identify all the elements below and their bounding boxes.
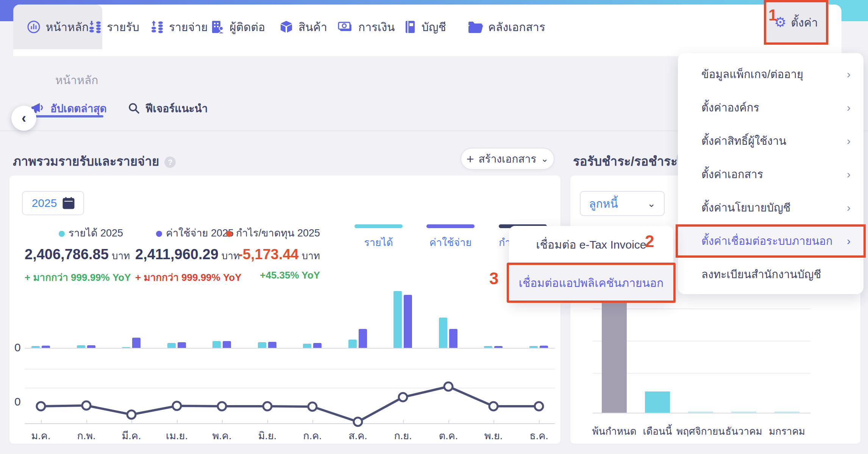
settings-menu-item-1[interactable]: ตั้งค่าองค์กร› [678, 91, 863, 124]
expense-icon [151, 20, 164, 34]
home-icon [27, 20, 41, 34]
menu-item-label: ตั้งค่าองค์กร [701, 99, 759, 116]
help-icon[interactable]: ? [164, 157, 176, 168]
accounting-icon [404, 20, 416, 34]
x-axis [593, 413, 810, 413]
menu-item-label: ลงทะเบียนสำนักงานบัญชี [701, 266, 821, 283]
nav-item-7[interactable]: คลังเอกสาร [468, 5, 547, 49]
settings-menu-item-3[interactable]: ตั้งค่าเอกสาร› [678, 158, 863, 191]
overview-chart-card: 2025 รายได้ 20252,406,786.85บาท+ มากกว่า… [9, 175, 560, 444]
settings-menu-item-4[interactable]: ตั้งค่านโยบายบัญชี› [678, 191, 863, 224]
menu-item-label: ตั้งค่านโยบายบัญชี [701, 199, 791, 216]
chevron-right-icon: › [847, 68, 851, 81]
overview-section-title: ภาพรวมรายรับและรายจ่าย? [13, 151, 176, 171]
documents-icon [468, 20, 483, 33]
income-icon [89, 20, 101, 34]
menu-item-label: ตั้งค่าเอกสาร [701, 166, 763, 183]
tab-recommended-features[interactable]: ฟีเจอร์แนะนำ [128, 98, 208, 119]
nav-item-2[interactable]: รายจ่าย [151, 5, 211, 49]
nav-item-label: ผู้ติดต่อ [229, 18, 265, 36]
nav-item-1[interactable]: รายรับ [89, 5, 149, 49]
chevron-right-icon: › [847, 135, 851, 147]
active-tab-underline [31, 115, 103, 117]
nav-item-label: บัญชี [422, 18, 446, 36]
menu-item-label: ตั้งค่าเชื่อมต่อระบบภายนอก [701, 232, 832, 250]
nav-item-label: คลังเอกสาร [488, 18, 545, 36]
nav-item-label: การเงิน [358, 18, 395, 36]
tab-recommended-features-label: ฟีเจอร์แนะนำ [145, 100, 208, 117]
chevron-right-icon: › [847, 101, 851, 114]
chevron-down-icon: ⌄ [647, 198, 656, 210]
menu-item-label: ข้อมูลแพ็กเกจ/ต่ออายุ [701, 66, 803, 83]
aging-bar[interactable] [731, 412, 756, 413]
aging-bar[interactable] [645, 391, 670, 413]
create-document-button[interactable]: + สร้างเอกสาร ⌄ [461, 148, 554, 170]
nav-item-label: รายจ่าย [169, 18, 208, 36]
nav-item-label: หน้าหลัก [46, 18, 89, 36]
chevron-right-icon: › [847, 201, 851, 214]
aging-bar[interactable] [602, 288, 627, 413]
search-icon [128, 102, 140, 114]
tab-latest-updates-label: อัปเดตล่าสุด [50, 100, 107, 117]
step-2-annotation: 2 [645, 232, 654, 251]
settings-dropdown-menu: ข้อมูลแพ็กเกจ/ต่ออายุ›ตั้งค่าองค์กร›ตั้ง… [678, 53, 863, 294]
contacts-icon [211, 20, 224, 34]
aging-bar[interactable] [774, 412, 799, 413]
aging-bar[interactable] [688, 412, 713, 413]
nav-item-4[interactable]: สินค้า [279, 5, 336, 49]
receivables-section-title: รอรับชำระ/รอชำระ [573, 151, 678, 171]
profit-line-chart [9, 175, 560, 444]
settings-menu-item-0[interactable]: ข้อมูลแพ็กเกจ/ต่ออายุ› [678, 58, 863, 91]
settings-menu-item-5[interactable]: ตั้งค่าเชื่อมต่อระบบภายนอก› [676, 224, 866, 258]
chevron-down-icon: ⌄ [541, 153, 548, 164]
step-3-annotation: 3 [489, 269, 498, 288]
products-icon [279, 20, 293, 34]
nav-item-3[interactable]: ผู้ติดต่อ [211, 5, 275, 49]
aging-label: มกราคม [760, 423, 813, 439]
chevron-right-icon: › [847, 168, 851, 181]
nav-item-label: รายรับ [107, 18, 139, 36]
debtor-filter-value: ลูกหนี้ [589, 195, 618, 213]
settings-menu-item-2[interactable]: ตั้งค่าสิทธิ์ผู้ใช้งาน› [678, 124, 863, 158]
nav-item-label: สินค้า [298, 18, 327, 36]
nav-item-6[interactable]: บัญชี [404, 5, 461, 49]
nav-item-5[interactable]: การเงิน [338, 5, 402, 49]
main-navbar: หน้าหลักรายรับรายจ่ายผู้ติดต่อสินค้าการเ… [13, 5, 841, 56]
chevron-right-icon: › [847, 235, 851, 247]
step-1-annotation: 1 [768, 6, 777, 24]
create-document-label: สร้างเอกสาร [479, 150, 537, 167]
debtor-filter-dropdown[interactable]: ลูกหนี้ ⌄ [580, 191, 665, 216]
nav-settings-label: ตั้งค่า [791, 14, 818, 31]
breadcrumb: หน้าหลัก [55, 71, 98, 89]
menu-item-label: ตั้งค่าสิทธิ์ผู้ใช้งาน [701, 132, 786, 150]
plus-icon: + [467, 152, 474, 166]
submenu-item-external-apps[interactable]: เชื่อมต่อแอปพลิเคชันภายนอก [507, 263, 676, 303]
settings-menu-item-6[interactable]: ลงทะเบียนสำนักงานบัญชี [678, 258, 863, 291]
app-window: หน้าหลักรายรับรายจ่ายผู้ติดต่อสินค้าการเ… [0, 0, 868, 454]
carousel-back-button[interactable]: ‹ [11, 106, 36, 131]
finance-icon [338, 20, 353, 33]
